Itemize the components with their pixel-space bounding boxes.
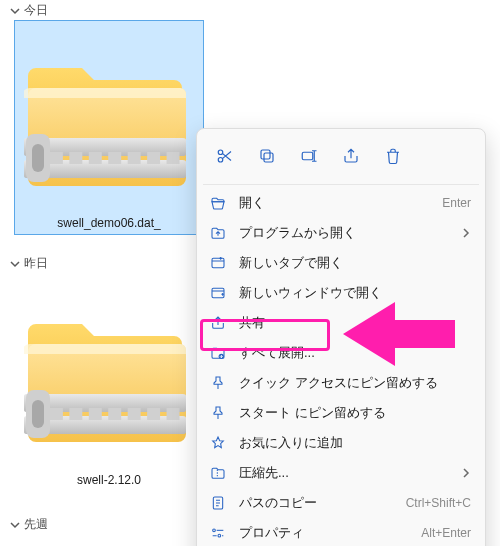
share-button[interactable] xyxy=(333,139,369,173)
scissors-icon xyxy=(216,147,234,165)
open-icon xyxy=(209,194,227,212)
menu-item-share[interactable]: 共有 xyxy=(197,308,485,338)
menu-item-label: プログラムから開く xyxy=(239,224,449,242)
new-window-icon xyxy=(209,284,227,302)
file-tile-yesterday[interactable]: swell-2.12.0 xyxy=(14,276,204,491)
group-label: 今日 xyxy=(24,2,48,19)
menu-item-new-window[interactable]: 新しいウィンドウで開く xyxy=(197,278,485,308)
group-label: 先週 xyxy=(24,516,48,533)
menu-item-open-with[interactable]: プログラムから開く xyxy=(197,218,485,248)
menu-item-label: 開く xyxy=(239,194,430,212)
file-name-label: swell_demo06.dat_ xyxy=(15,214,203,234)
properties-icon xyxy=(209,524,227,542)
menu-item-pin-start[interactable]: スタート にピン留めする xyxy=(197,398,485,428)
separator xyxy=(203,184,479,185)
chevron-down-icon xyxy=(10,259,20,269)
share-icon xyxy=(342,147,360,165)
menu-item-label: 圧縮先... xyxy=(239,464,449,482)
rename-icon xyxy=(300,147,318,165)
menu-item-label: 新しいタブで開く xyxy=(239,254,471,272)
menu-item-label: 共有 xyxy=(239,314,471,332)
pin-icon xyxy=(209,374,227,392)
cut-button[interactable] xyxy=(207,139,243,173)
new-tab-icon xyxy=(209,254,227,272)
menu-item-accelerator: Enter xyxy=(442,196,471,210)
copy-path-icon xyxy=(209,494,227,512)
extract-all-icon xyxy=(209,344,227,362)
trash-icon xyxy=(384,147,402,165)
context-menu: 開く Enter プログラムから開く 新しいタブで開く 新しいウィンドウで開く … xyxy=(196,128,486,546)
compress-icon xyxy=(209,464,227,482)
svg-point-22 xyxy=(218,534,221,537)
chevron-right-icon xyxy=(461,468,471,478)
file-tile-today[interactable]: swell_demo06.dat_ xyxy=(14,20,204,235)
menu-item-accelerator: Ctrl+Shift+C xyxy=(406,496,471,510)
menu-item-new-tab[interactable]: 新しいタブで開く xyxy=(197,248,485,278)
svg-point-21 xyxy=(213,529,216,532)
menu-item-label: スタート にピン留めする xyxy=(239,404,471,422)
menu-item-favorites[interactable]: お気に入りに追加 xyxy=(197,428,485,458)
chevron-down-icon xyxy=(10,520,20,530)
group-header-today[interactable]: 今日 xyxy=(10,2,48,19)
svg-rect-17 xyxy=(212,258,224,267)
menu-item-copy-path[interactable]: パスのコピー Ctrl+Shift+C xyxy=(197,488,485,518)
menu-item-extract-all[interactable]: すべて展開... xyxy=(197,338,485,368)
chevron-right-icon xyxy=(461,228,471,238)
group-label: 昨日 xyxy=(24,255,48,272)
group-header-yesterday[interactable]: 昨日 xyxy=(10,255,48,272)
svg-rect-14 xyxy=(264,153,273,162)
menu-item-label: クイック アクセスにピン留めする xyxy=(239,374,471,392)
svg-rect-16 xyxy=(302,152,313,160)
pin-icon xyxy=(209,404,227,422)
menu-item-accelerator: Alt+Enter xyxy=(421,526,471,540)
menu-item-label: 新しいウィンドウで開く xyxy=(239,284,471,302)
delete-button[interactable] xyxy=(375,139,411,173)
menu-item-pin-quick[interactable]: クイック アクセスにピン留めする xyxy=(197,368,485,398)
zip-folder-icon xyxy=(15,21,203,214)
menu-item-properties[interactable]: プロパティ Alt+Enter xyxy=(197,518,485,546)
star-icon xyxy=(209,434,227,452)
group-header-lastweek[interactable]: 先週 xyxy=(10,516,48,533)
copy-icon xyxy=(258,147,276,165)
svg-rect-15 xyxy=(261,150,270,159)
context-menu-actions-row xyxy=(197,135,485,181)
file-name-label: swell-2.12.0 xyxy=(14,471,204,491)
menu-item-open[interactable]: 開く Enter xyxy=(197,188,485,218)
menu-item-label: すべて展開... xyxy=(239,344,471,362)
menu-item-label: プロパティ xyxy=(239,524,409,542)
share-icon xyxy=(209,314,227,332)
open-with-icon xyxy=(209,224,227,242)
menu-item-label: パスのコピー xyxy=(239,494,394,512)
copy-button[interactable] xyxy=(249,139,285,173)
menu-item-compress[interactable]: 圧縮先... xyxy=(197,458,485,488)
rename-button[interactable] xyxy=(291,139,327,173)
chevron-down-icon xyxy=(10,6,20,16)
zip-folder-icon xyxy=(14,276,204,471)
menu-item-label: お気に入りに追加 xyxy=(239,434,471,452)
